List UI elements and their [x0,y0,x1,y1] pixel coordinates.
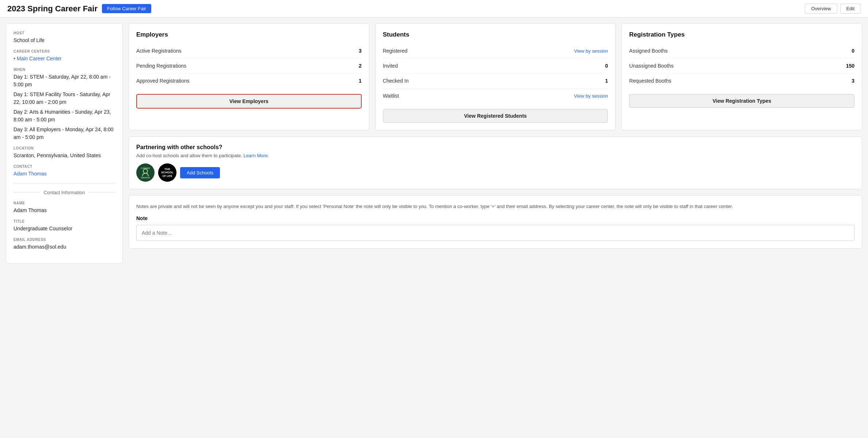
main-content: HOST School of Life CAREER CENTERS Main … [0,18,868,269]
svg-text:CAREER: CAREER [141,167,150,169]
unassigned-booths-value: 150 [846,63,854,69]
assigned-booths-row: Assigned Booths 0 [629,44,854,58]
sidebar-when-section: WHEN Day 1: STEM - Saturday, Apr 22, 8:0… [14,68,115,141]
sol-logo-text: THESCHOOLOF LIFE [161,167,174,178]
approved-registrations-value: 1 [359,78,362,84]
edit-button[interactable]: Edit [840,4,861,14]
contact-value: Adam Thomas [14,170,115,178]
stats-row: Employers Active Registrations 3 Pending… [129,23,862,131]
when-day1-stem-tours: Day 1: STEM Facility Tours - Saturday, A… [14,91,115,106]
pending-registrations-row: Pending Registrations 2 [136,58,362,73]
sol-logo-inner: THESCHOOLOF LIFE [158,163,176,182]
checked-in-row: Checked In 1 [383,73,608,88]
invited-label: Invited [383,63,398,69]
invited-row: Invited 0 [383,58,608,73]
contact-link[interactable]: Adam Thomas [14,171,47,177]
active-registrations-row: Active Registrations 3 [136,44,362,58]
pending-registrations-value: 2 [359,63,362,69]
registered-view-by-session-link[interactable]: View by session [574,48,608,54]
location-label: LOCATION [14,146,115,150]
host-label: HOST [14,31,115,35]
registration-types-card: Registration Types Assigned Booths 0 Una… [621,23,862,131]
page-title: 2023 Spring Career Fair [7,4,98,14]
follow-career-fair-button[interactable]: Follow Career Fair [102,4,151,13]
employers-card: Employers Active Registrations 3 Pending… [129,23,369,131]
when-value: Day 1: STEM - Saturday, Apr 22, 8:00 am … [14,73,115,141]
career-services-logo: CAREER SERVICES [136,163,155,182]
checked-in-value: 1 [605,78,608,84]
active-registrations-label: Active Registrations [136,48,182,54]
partner-logos: CAREER SERVICES THESCHOOLOF LIFE Add Sch… [136,163,854,182]
requested-booths-label: Requested Booths [629,78,671,84]
when-day1-stem: Day 1: STEM - Saturday, Apr 22, 8:00 am … [14,73,115,88]
partner-title: Partnering with other schools? [136,144,854,151]
registration-card-title: Registration Types [629,31,854,38]
top-bar: 2023 Spring Career Fair Follow Career Fa… [0,0,868,18]
contact-name-label: NAME [14,201,115,205]
students-card-title: Students [383,31,608,38]
add-schools-button[interactable]: Add Schools [180,167,220,178]
contact-info-header-text: Contact Information [43,190,85,195]
partner-desc: Add co-host schools and allow them to pa… [136,153,854,158]
registered-row: Registered View by session [383,44,608,58]
right-area: Employers Active Registrations 3 Pending… [129,23,862,264]
waitlist-label: Waitlist [383,93,399,99]
active-registrations-value: 3 [359,48,362,54]
notes-label: Note [136,215,854,221]
sidebar-host-section: HOST School of Life [14,31,115,44]
waitlist-row: Waitlist View by session [383,88,608,103]
requested-booths-value: 3 [852,78,854,84]
pending-registrations-label: Pending Registrations [136,63,186,69]
sidebar-divider [14,184,115,184]
notes-input[interactable] [136,225,854,241]
location-value: Scranton, Pennsylvania, United States [14,152,115,159]
contact-info-header: Contact Information [14,190,115,195]
view-employers-button[interactable]: View Employers [136,94,362,109]
svg-text:SERVICES: SERVICES [141,177,150,179]
career-center-value: Main Career Center [14,55,115,63]
notes-desc: Notes are private and will not be seen b… [136,203,854,210]
contact-title-value: Undergraduate Counselor [14,225,115,233]
checked-in-label: Checked In [383,78,409,84]
notes-section: Notes are private and will not be seen b… [129,195,862,249]
top-bar-right: Overview Edit [805,4,861,14]
contact-title-section: TITLE Undergraduate Counselor [14,219,115,233]
sidebar-career-centers-section: CAREER CENTERS Main Career Center [14,49,115,63]
when-day3-all: Day 3: All Employers - Monday, Apr 24, 8… [14,126,115,141]
students-card: Students Registered View by session Invi… [375,23,616,131]
partner-section: Partnering with other schools? Add co-ho… [129,136,862,189]
career-center-link[interactable]: Main Career Center [14,56,62,61]
requested-booths-row: Requested Booths 3 [629,73,854,88]
when-label: WHEN [14,68,115,72]
approved-registrations-label: Approved Registrations [136,78,190,84]
contact-email-section: EMAIL ADDRESS adam.thomas@sol.edu [14,238,115,251]
approved-registrations-row: Approved Registrations 1 [136,73,362,88]
invited-value: 0 [605,63,608,69]
assigned-booths-value: 0 [852,48,854,54]
employers-card-title: Employers [136,31,362,38]
host-value: School of Life [14,37,115,44]
sidebar-contact-section: CONTACT Adam Thomas [14,165,115,178]
view-registered-students-button[interactable]: View Registered Students [383,109,608,123]
overview-button[interactable]: Overview [805,4,837,14]
view-registration-types-button[interactable]: View Registration Types [629,94,854,108]
sidebar: HOST School of Life CAREER CENTERS Main … [6,23,123,264]
school-of-life-logo: THESCHOOLOF LIFE [158,163,176,182]
learn-more-link[interactable]: Learn More. [243,153,269,158]
top-bar-left: 2023 Spring Career Fair Follow Career Fa… [7,4,151,14]
unassigned-booths-label: Unassigned Booths [629,63,673,69]
assigned-booths-label: Assigned Booths [629,48,667,54]
contact-email-value: adam.thomas@sol.edu [14,243,115,251]
when-day2-arts: Day 2: Arts & Humanities - Sunday, Apr 2… [14,108,115,124]
unassigned-booths-row: Unassigned Booths 150 [629,58,854,73]
waitlist-view-by-session-link[interactable]: View by session [574,93,608,99]
contact-label: CONTACT [14,165,115,169]
svg-point-0 [143,169,148,173]
contact-email-label: EMAIL ADDRESS [14,238,115,242]
contact-name-section: NAME Adam Thomas [14,201,115,214]
career-services-icon: CAREER SERVICES [139,166,152,179]
career-centers-label: CAREER CENTERS [14,49,115,53]
contact-title-label: TITLE [14,219,115,223]
partner-desc-text: Add co-host schools and allow them to pa… [136,153,242,158]
sidebar-location-section: LOCATION Scranton, Pennsylvania, United … [14,146,115,159]
